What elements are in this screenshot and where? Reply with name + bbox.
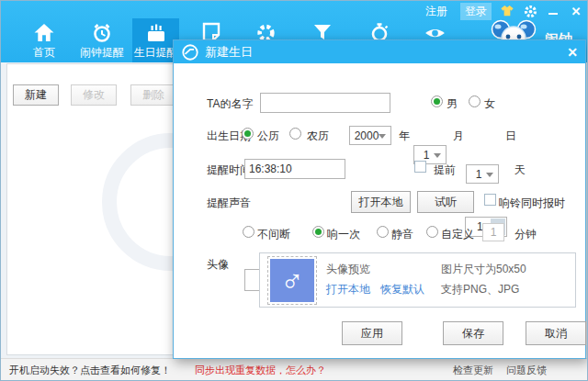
tab-alarm[interactable]: 闹钟提醒 <box>74 18 130 62</box>
day-unit: 日 <box>505 129 516 144</box>
gender-female-radio[interactable] <box>469 95 481 107</box>
mode-continuous-label: 不间断 <box>257 227 290 242</box>
dialog-close-icon[interactable]: ✕ <box>567 45 578 60</box>
tab-birthday-label: 生日提醒 <box>134 45 178 61</box>
cancel-button[interactable]: 取消 <box>526 321 586 345</box>
mode-mute-label: 静音 <box>391 227 413 242</box>
gender-male-label: 男 <box>447 96 458 112</box>
avatar-format-hint: 支持PNG、JPG <box>441 282 519 297</box>
year-dropdown[interactable]: 2000 <box>349 126 391 145</box>
startup-fix-link[interactable]: 开机启动失效？点击查看如何修复！ <box>9 364 171 377</box>
chime-checkbox[interactable] <box>484 194 496 206</box>
mode-custom-label: 自定义 <box>441 227 474 242</box>
month-unit: 月 <box>453 129 464 144</box>
solar-calendar-radio[interactable] <box>242 128 254 140</box>
delete-button[interactable]: 删除 <box>130 84 176 106</box>
status-bar: 开机启动失效？点击查看如何修复！ 同步出现重复数据，怎么办？ 检查更新 问题反馈 <box>1 358 588 381</box>
sync-duplicate-link[interactable]: 同步出现重复数据，怎么办？ <box>195 364 326 377</box>
app-window: 注册 登录 ✕ 首页 闹钟提醒 <box>0 0 588 381</box>
open-local-sound-button[interactable]: 打开本地 <box>351 191 411 213</box>
mode-custom-radio[interactable] <box>426 226 438 238</box>
avatar-preview-label: 头像预览 <box>326 262 370 277</box>
remind-time-input[interactable] <box>244 159 345 179</box>
dialog-titlebar: 新建生日 ✕ <box>174 40 585 63</box>
chevron-down-icon <box>379 134 386 139</box>
minimize-icon[interactable] <box>546 4 560 18</box>
apply-button[interactable]: 应用 <box>342 321 402 345</box>
mode-once-label: 响一次 <box>327 227 360 242</box>
custom-minutes-input[interactable] <box>482 223 504 241</box>
gender-male-radio[interactable] <box>431 95 443 107</box>
login-button[interactable]: 登录 <box>460 3 492 20</box>
avatar-preview-image: ♂ <box>270 259 314 302</box>
avatar-frame: ♂ <box>267 256 317 305</box>
avatar-size-hint: 图片尺寸为50x50 <box>441 262 526 277</box>
dialog-clock-icon <box>181 43 199 62</box>
register-button[interactable]: 注册 <box>421 3 452 20</box>
avatar-label: 头像 <box>207 257 229 273</box>
year-unit: 年 <box>399 129 410 144</box>
name-label: TA的名字 <box>207 96 253 112</box>
chevron-down-icon <box>434 153 441 158</box>
avatar-panel: ♂ 头像预览 打开本地 恢复默认 图片尺寸为50x50 支持PNG、JPG <box>259 252 576 308</box>
skin-shirt-icon[interactable] <box>500 4 514 18</box>
birthday-cake-icon <box>145 18 167 42</box>
dialog-title: 新建生日 <box>205 44 253 61</box>
open-local-avatar-link[interactable]: 打开本地 <box>326 282 370 297</box>
modify-button[interactable]: 修改 <box>71 84 117 106</box>
check-update-link[interactable]: 检查更新 <box>453 364 493 377</box>
day-dropdown[interactable]: 1 <box>466 164 499 184</box>
chime-label: 响铃同时报时 <box>499 196 565 211</box>
close-window-icon[interactable]: ✕ <box>569 4 583 18</box>
restore-default-link[interactable]: 恢复默认 <box>380 282 424 297</box>
mode-continuous-radio[interactable] <box>243 226 254 238</box>
alarm-clock-icon <box>91 18 113 42</box>
preview-sound-button[interactable]: 试听 <box>417 191 474 213</box>
solar-calendar-label: 公历 <box>257 129 279 144</box>
feedback-link[interactable]: 问题反馈 <box>506 364 547 377</box>
home-icon <box>33 18 55 42</box>
remind-sound-label: 提醒声音 <box>207 196 251 211</box>
new-birthday-dialog: 新建生日 ✕ TA的名字 男 女 出生日期 公历 农历 2000 年 1 月 <box>173 39 586 359</box>
mode-mute-radio[interactable] <box>377 226 389 238</box>
minutes-unit: 分钟 <box>514 227 537 242</box>
advance-label: 提前 <box>434 162 456 178</box>
days-unit: 天 <box>514 162 526 178</box>
settings-gear-icon[interactable] <box>523 4 537 18</box>
lunar-calendar-radio[interactable] <box>289 128 301 140</box>
window-controls: 注册 登录 ✕ <box>421 3 583 19</box>
dialog-body: TA的名字 男 女 出生日期 公历 农历 2000 年 1 月 1 日 <box>174 63 585 358</box>
save-button[interactable]: 保存 <box>443 321 503 345</box>
tab-home[interactable]: 首页 <box>17 18 72 62</box>
lunar-calendar-label: 农历 <box>307 129 329 144</box>
chevron-down-icon <box>486 173 493 177</box>
gender-female-label: 女 <box>484 96 495 112</box>
new-button[interactable]: 新建 <box>13 84 59 106</box>
name-input[interactable] <box>260 93 390 113</box>
birthday-list-panel: 新建 修改 删除 <box>6 63 190 355</box>
advance-checkbox[interactable] <box>414 161 426 173</box>
tab-home-label: 首页 <box>33 45 55 61</box>
mode-once-radio[interactable] <box>312 226 324 238</box>
tab-alarm-label: 闹钟提醒 <box>80 45 124 61</box>
